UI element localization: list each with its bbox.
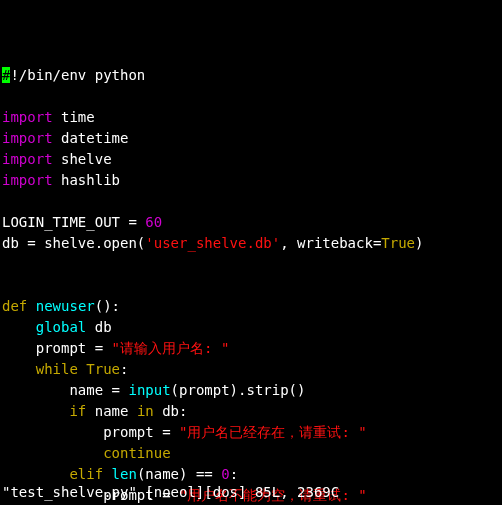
- fn-paren: ():: [95, 298, 120, 314]
- op-eq: =: [120, 214, 145, 230]
- status-filename: "test_shelve.py": [2, 484, 137, 500]
- shebang-rest: !/bin/env python: [10, 67, 145, 83]
- function-name: newuser: [36, 298, 95, 314]
- kw-elif: elif: [69, 466, 103, 482]
- global-target: db: [86, 319, 111, 335]
- input-rest: (prompt).strip(): [171, 382, 306, 398]
- kw-if: if: [69, 403, 86, 419]
- if-cond-mid: name: [86, 403, 137, 419]
- if-cond-end: db:: [154, 403, 188, 419]
- var-name: db: [2, 235, 19, 251]
- var-name: name: [69, 382, 103, 398]
- string-literal: 'user_shelve.db': [145, 235, 280, 251]
- status-flags: [noeol][dos]: [137, 484, 255, 500]
- import-module: shelve: [61, 151, 112, 167]
- elif-post: (name) ==: [137, 466, 221, 482]
- kw-while: while: [36, 361, 78, 377]
- number-literal: 0: [221, 466, 229, 482]
- vim-status-line: "test_shelve.py" [noeol][dos] 85L, 2369C: [2, 482, 339, 503]
- number-literal: 60: [145, 214, 162, 230]
- kw-true: True: [381, 235, 415, 251]
- close-paren: ): [415, 235, 423, 251]
- call-shelve-open: shelve.open(: [44, 235, 145, 251]
- status-bytes: 2369C: [297, 484, 339, 500]
- kw-import: import: [2, 130, 53, 146]
- var-prompt: prompt: [103, 424, 154, 440]
- var-prompt: prompt: [36, 340, 87, 356]
- colon: :: [230, 466, 238, 482]
- kw-continue: continue: [103, 445, 170, 461]
- code-area[interactable]: #!/bin/env python import time import dat…: [0, 42, 502, 505]
- kwarg-writeback: , writeback=: [280, 235, 381, 251]
- builtin-len: len: [112, 466, 137, 482]
- kw-global: global: [36, 319, 87, 335]
- import-module: time: [61, 109, 95, 125]
- kw-true: True: [86, 361, 120, 377]
- kw-import: import: [2, 172, 53, 188]
- op-eq: =: [154, 424, 179, 440]
- op-eq: =: [103, 382, 128, 398]
- import-module: datetime: [61, 130, 128, 146]
- elif-pre: [103, 466, 111, 482]
- string-literal: "用户名已经存在，请重试: ": [179, 424, 367, 440]
- kw-import: import: [2, 151, 53, 167]
- const-name: LOGIN_TIME_OUT: [2, 214, 120, 230]
- terminal-vim-editor[interactable]: #!/bin/env python import time import dat…: [0, 0, 502, 505]
- status-lines: 85L,: [255, 484, 297, 500]
- colon: :: [120, 361, 128, 377]
- kw-import: import: [2, 109, 53, 125]
- kw-in: in: [137, 403, 154, 419]
- op-eq: =: [19, 235, 44, 251]
- builtin-input: input: [128, 382, 170, 398]
- import-module: hashlib: [61, 172, 120, 188]
- kw-def: def: [2, 298, 27, 314]
- op-eq: =: [86, 340, 111, 356]
- string-literal: "请输入用户名: ": [112, 340, 230, 356]
